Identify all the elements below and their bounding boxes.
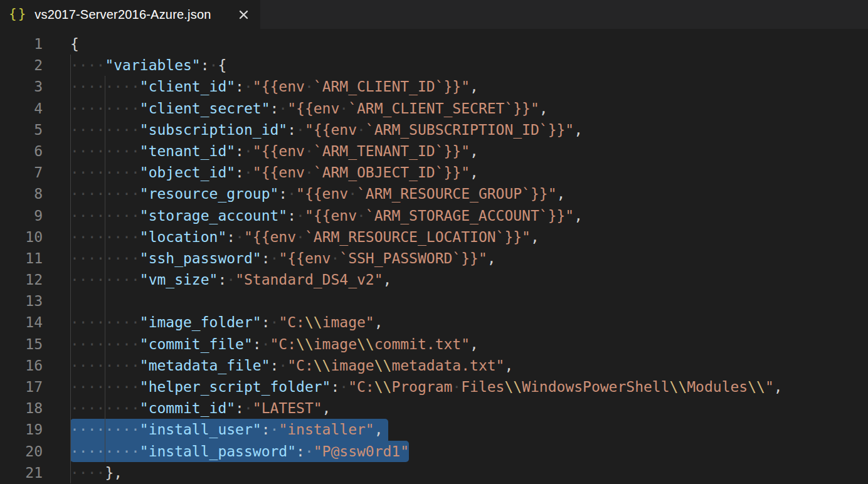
code-token: : xyxy=(296,443,305,460)
code-token: "C: xyxy=(278,314,305,330)
whitespace-dots: ········ xyxy=(70,443,140,460)
code-token: "variables" xyxy=(105,57,200,73)
code-token: commit.txt" xyxy=(374,336,470,352)
code-token: : xyxy=(262,250,270,266)
code-token: " xyxy=(765,379,774,395)
code-token: , xyxy=(374,314,383,330)
whitespace-dots: · xyxy=(305,78,314,95)
tab-close-button[interactable] xyxy=(236,8,250,21)
tab-vs2017-server2016-azure-json[interactable]: {} vs2017-Server2016-Azure.json xyxy=(0,0,260,29)
code-line xyxy=(70,290,868,312)
code-token: "C: xyxy=(287,357,314,374)
whitespace-dots: ········ xyxy=(70,421,140,438)
line-number: 18 xyxy=(0,397,43,419)
code-token: { xyxy=(70,36,79,52)
code-line: ········"location":·"{{env·`ARM_RESOURCE… xyxy=(70,226,868,248)
whitespace-dots: · xyxy=(296,122,305,138)
whitespace-dots: · xyxy=(357,208,366,224)
code-line: ········"object_id":·"{{env·`ARM_OBJECT_… xyxy=(70,162,868,183)
code-token: , xyxy=(504,357,513,374)
whitespace-dots: · xyxy=(331,250,339,266)
code-token: , xyxy=(574,122,583,138)
whitespace-dots: · xyxy=(270,421,279,438)
whitespace-dots: · xyxy=(357,122,366,138)
code-token: : xyxy=(262,314,270,330)
line-number: 21 xyxy=(0,462,43,483)
code-token: "client_secret" xyxy=(140,100,270,117)
whitespace-dots: · xyxy=(278,357,287,374)
code-token: \\ xyxy=(314,357,331,374)
code-token: , xyxy=(539,100,548,117)
line-number: 5 xyxy=(0,119,43,140)
code-token: , xyxy=(383,271,392,288)
code-token: `ARM_CLIENT_ID`}}" xyxy=(314,78,470,95)
whitespace-dots: ········ xyxy=(70,400,140,416)
code-token: metadata.txt" xyxy=(391,357,504,374)
whitespace-dots: ········ xyxy=(70,143,140,159)
line-number: 17 xyxy=(0,376,43,397)
code-token: "LATEST" xyxy=(253,400,322,416)
code-token: "{{env xyxy=(253,164,305,181)
whitespace-dots: · xyxy=(287,186,296,202)
code-token: "helper_script_folder" xyxy=(140,379,331,395)
code-line: ····}, xyxy=(70,462,868,483)
code-token: : xyxy=(270,100,279,117)
code-token: `ARM_RESOURCE_GROUP`}}" xyxy=(357,186,557,202)
code-token: : xyxy=(235,400,244,416)
code-token: "commit_id" xyxy=(140,400,235,416)
whitespace-dots: ········ xyxy=(70,229,140,245)
code-token: , xyxy=(574,208,583,224)
code-token: "object_id" xyxy=(140,164,235,181)
code-token: image xyxy=(331,357,374,374)
code-line: ········"resource_group":·"{{env·`ARM_RE… xyxy=(70,183,868,204)
code-token: image xyxy=(314,336,357,352)
whitespace-dots: · xyxy=(452,379,461,395)
code-token: `ARM_OBJECT_ID`}}" xyxy=(314,164,470,181)
code-token: "image_folder" xyxy=(140,314,262,330)
code-token: "install_user" xyxy=(140,421,262,438)
code-token: { xyxy=(218,57,226,73)
code-token: , xyxy=(374,421,383,438)
code-token: Modules xyxy=(687,379,748,395)
code-token: `ARM_CLIENT_SECRET`}}" xyxy=(348,100,539,117)
code-line: ········"client_id":·"{{env·`ARM_CLIENT_… xyxy=(70,76,868,97)
line-number: 15 xyxy=(0,334,43,355)
code-token: \\ xyxy=(305,314,322,330)
whitespace-dots: · xyxy=(244,78,253,95)
whitespace-dots: · xyxy=(235,229,244,245)
code-token: , xyxy=(557,186,566,202)
whitespace-dots: · xyxy=(305,443,314,460)
code-token: : xyxy=(218,271,226,288)
code-line: ········"client_secret":·"{{env·`ARM_CLI… xyxy=(70,98,868,119)
code-token: \\ xyxy=(374,379,392,395)
line-number: 10 xyxy=(0,226,43,248)
line-number: 19 xyxy=(0,419,43,440)
code-token: `SSH_PASSWORD`}}" xyxy=(339,250,487,266)
line-number: 12 xyxy=(0,269,43,290)
code-token: "resource_group" xyxy=(140,186,279,202)
code-token: "{{env xyxy=(278,250,331,266)
line-number: 14 xyxy=(0,312,43,333)
code-token: "client_id" xyxy=(140,78,235,95)
code-token: : xyxy=(270,357,279,374)
whitespace-dots: · xyxy=(296,208,305,224)
close-icon xyxy=(238,9,249,20)
line-number: 6 xyxy=(0,140,43,162)
code-token: "subscription_id" xyxy=(140,122,287,138)
code-token: : xyxy=(235,164,244,181)
whitespace-dots: · xyxy=(339,379,348,395)
code-lines: {····"variables":·{········"client_id":·… xyxy=(70,33,868,483)
code-token: , xyxy=(774,379,783,395)
code-token: : xyxy=(201,57,209,73)
code-token: Files xyxy=(461,379,504,395)
code-line: ········"install_user":·"installer", xyxy=(70,419,868,440)
whitespace-dots: ········ xyxy=(70,100,140,117)
code-token: "commit_file" xyxy=(140,336,253,352)
line-number: 20 xyxy=(0,441,43,462)
whitespace-dots: · xyxy=(226,271,235,288)
code-area[interactable]: {····"variables":·{········"client_id":·… xyxy=(70,33,868,484)
whitespace-dots: ········ xyxy=(70,314,140,330)
tab-bar: {} vs2017-Server2016-Azure.json xyxy=(0,0,868,29)
code-token: `ARM_SUBSCRIPTION_ID`}}" xyxy=(366,122,574,138)
line-number: 2 xyxy=(0,55,43,76)
